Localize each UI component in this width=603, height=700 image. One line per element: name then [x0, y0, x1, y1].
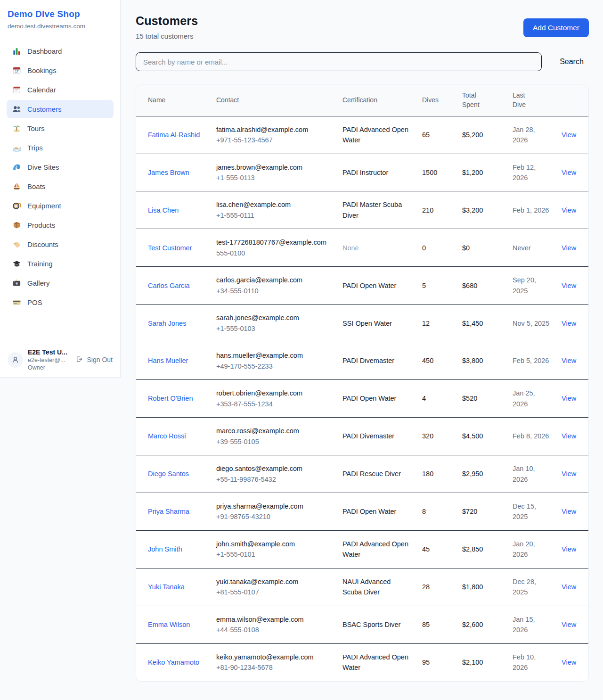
customer-certification: NAUI Advanced Scuba Diver	[337, 568, 416, 606]
view-link[interactable]: View	[562, 131, 576, 139]
view-link[interactable]: View	[562, 470, 576, 478]
table-row: Hans Mueller hans.mueller@example.com +4…	[136, 342, 588, 380]
view-link[interactable]: View	[562, 282, 576, 289]
sidebar-item-bookings[interactable]: 17 Bookings	[7, 61, 114, 80]
view-link[interactable]: View	[562, 395, 576, 402]
customer-email: john.smith@example.com	[216, 539, 331, 549]
customer-email: robert.obrien@example.com	[216, 388, 331, 398]
people-icon	[12, 105, 21, 114]
sidebar-item-trips[interactable]: Trips	[7, 139, 114, 157]
customer-dives: 28	[416, 568, 456, 606]
customer-total-spent: $5,200	[456, 116, 507, 154]
customer-name-link[interactable]: Lisa Chen	[148, 206, 179, 214]
customer-name-link[interactable]: Emma Wilson	[148, 621, 190, 628]
customer-name-link[interactable]: John Smith	[148, 545, 182, 553]
sidebar-item-training[interactable]: Training	[7, 255, 114, 273]
sidebar-item-gallery[interactable]: Gallery	[7, 274, 114, 292]
sidebar-item-label: Dashboard	[27, 47, 62, 56]
customer-name-link[interactable]: Yuki Tanaka	[148, 583, 185, 591]
customer-name-link[interactable]: Sarah Jones	[148, 320, 186, 327]
customers-table: Name Contact Certification Dives Total S…	[136, 84, 588, 681]
sidebar-item-label: Products	[27, 221, 55, 230]
customer-total-spent: $2,950	[456, 455, 507, 493]
customer-email: marco.rossi@example.com	[216, 426, 331, 436]
customer-certification: None	[337, 229, 416, 267]
customer-total-spent: $4,500	[456, 418, 507, 455]
sidebar-item-tours[interactable]: Tours	[7, 119, 114, 138]
customer-name-link[interactable]: James Brown	[148, 169, 189, 176]
customer-name-link[interactable]: Carlos Garcia	[148, 282, 190, 289]
sidebar-item-pos[interactable]: POS	[7, 293, 114, 312]
customer-last-dive: Feb 8, 2026	[507, 418, 556, 455]
customer-phone: +55-11-99876-5432	[216, 474, 331, 485]
customer-phone: +1-555-0101	[216, 549, 331, 560]
search-input[interactable]	[136, 52, 542, 71]
customer-dives: 65	[416, 116, 456, 154]
customer-last-dive: Feb 1, 2026	[507, 191, 556, 229]
add-customer-button[interactable]: Add Customer	[523, 18, 589, 37]
view-link[interactable]: View	[562, 545, 576, 553]
view-link[interactable]: View	[562, 169, 576, 176]
col-header-actions	[556, 84, 588, 116]
sidebar-item-customers[interactable]: Customers	[7, 100, 114, 118]
view-link[interactable]: View	[562, 320, 576, 327]
sidebar-item-calendar[interactable]: Calendar	[7, 81, 114, 99]
table-row: Keiko Yamamoto keiko.yamamoto@example.co…	[136, 643, 588, 681]
page-header: Customers 15 total customers Add Custome…	[136, 14, 589, 40]
sidebar-item-label: Boats	[27, 182, 45, 191]
view-link[interactable]: View	[562, 583, 576, 591]
view-link[interactable]: View	[562, 621, 576, 628]
customer-dives: 1500	[416, 154, 456, 191]
bar-chart-icon	[12, 47, 21, 56]
sidebar-item-equipment[interactable]: Equipment	[7, 197, 114, 215]
customer-dives: 8	[416, 493, 456, 530]
sidebar-item-label: Customers	[27, 105, 62, 114]
table-row: Emma Wilson emma.wilson@example.com +44-…	[136, 606, 588, 643]
customer-name-link[interactable]: Marco Rossi	[148, 432, 186, 440]
view-link[interactable]: View	[562, 244, 576, 252]
customer-dives: 0	[416, 229, 456, 267]
customer-name-link[interactable]: Keiko Yamamoto	[148, 659, 199, 666]
table-row: Priya Sharma priya.sharma@example.com +9…	[136, 493, 588, 530]
sidebar-item-label: Gallery	[27, 279, 50, 288]
customer-name-link[interactable]: Test Customer	[148, 244, 192, 252]
sidebar-item-dashboard[interactable]: Dashboard	[7, 42, 114, 60]
sidebar-item-label: Equipment	[27, 202, 61, 210]
svg-text:17: 17	[15, 70, 19, 73]
table-row: Carlos Garcia carlos.garcia@example.com …	[136, 267, 588, 305]
view-link[interactable]: View	[562, 508, 576, 515]
customer-total-spent: $680	[456, 267, 507, 305]
sidebar-item-dive-sites[interactable]: Dive Sites	[7, 158, 114, 176]
customer-email: diego.santos@example.com	[216, 463, 331, 474]
customer-email: keiko.yamamoto@example.com	[216, 652, 331, 662]
user-info: E2E Test U... e2e-tester@... Owner	[28, 348, 71, 371]
view-link[interactable]: View	[562, 357, 576, 364]
customer-phone: +39-555-0105	[216, 436, 331, 447]
customer-total-spent: $1,800	[456, 568, 507, 606]
customer-certification: PADI Advanced Open Water	[337, 116, 416, 154]
sidebar-item-boats[interactable]: Boats	[7, 177, 114, 196]
view-link[interactable]: View	[562, 206, 576, 214]
customer-phone: +1-555-0103	[216, 323, 331, 334]
col-header-last-dive: Last Dive	[507, 84, 556, 116]
customer-total-spent: $2,600	[456, 606, 507, 643]
customer-name-link[interactable]: Priya Sharma	[148, 508, 189, 515]
customer-name-link[interactable]: Robert O'Brien	[148, 395, 193, 402]
customer-total-spent: $3,800	[456, 342, 507, 380]
customer-name-link[interactable]: Hans Mueller	[148, 357, 188, 364]
view-link[interactable]: View	[562, 659, 576, 666]
col-header-total-spent: Total Spent	[456, 84, 507, 116]
customer-email: test-1772681807767@example.com	[216, 237, 331, 247]
customer-name-link[interactable]: Diego Santos	[148, 470, 189, 478]
view-link[interactable]: View	[562, 432, 576, 440]
customer-certification: BSAC Sports Diver	[337, 606, 416, 643]
tag-icon	[12, 240, 21, 249]
sidebar-item-products[interactable]: Products	[7, 216, 114, 234]
customer-name-link[interactable]: Fatima Al-Rashid	[148, 131, 200, 139]
search-button[interactable]: Search	[554, 54, 589, 70]
customer-email: lisa.chen@example.com	[216, 199, 331, 210]
sidebar-item-discounts[interactable]: Discounts	[7, 235, 114, 254]
sign-out-button[interactable]: Sign Out	[75, 355, 113, 364]
user-name: E2E Test U...	[28, 348, 71, 356]
col-header-contact: Contact	[211, 84, 337, 116]
